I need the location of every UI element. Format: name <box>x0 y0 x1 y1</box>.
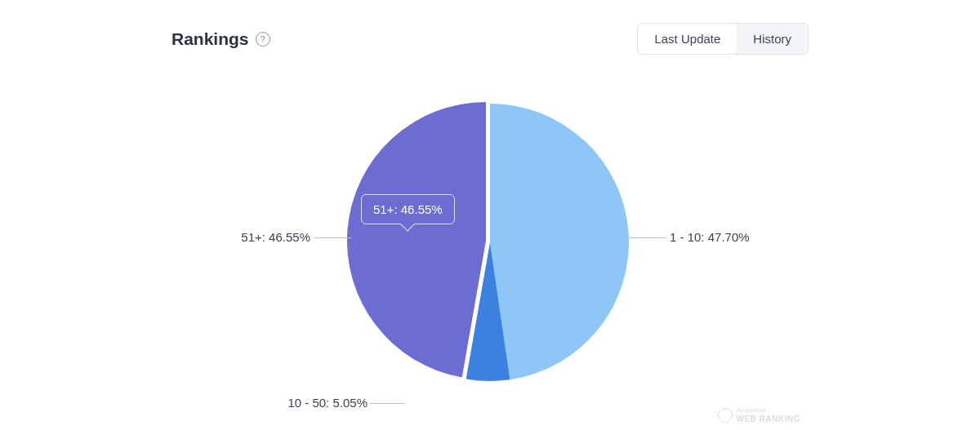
leader-line <box>629 237 666 238</box>
pie-svg <box>335 87 645 397</box>
tab-last-update[interactable]: Last Update <box>638 24 737 54</box>
pie-slice-51plus[interactable] <box>347 102 486 377</box>
pie-slice-1-10[interactable] <box>490 104 629 379</box>
tab-history[interactable]: History <box>737 24 808 54</box>
chart-header: Rankings ? Last Update History <box>172 23 808 55</box>
view-toggle: Last Update History <box>637 23 808 55</box>
slice-label-10-50: 10 - 50: 5.05% <box>287 396 368 410</box>
globe-icon <box>718 408 733 423</box>
slice-label-51plus: 51+: 46.55% <box>241 230 310 244</box>
help-icon[interactable]: ? <box>256 32 270 47</box>
leader-line <box>370 403 404 404</box>
pie-chart: 1 - 10: 47.70% 51+: 46.55% 10 - 50: 5.05… <box>172 71 808 414</box>
leader-line <box>314 237 351 238</box>
page-title: Rankings <box>172 29 249 49</box>
slice-label-1-10: 1 - 10: 47.70% <box>670 230 750 244</box>
watermark: Advanced WEB RANKING <box>718 407 800 423</box>
chart-tooltip: 51+: 46.55% <box>361 194 455 224</box>
